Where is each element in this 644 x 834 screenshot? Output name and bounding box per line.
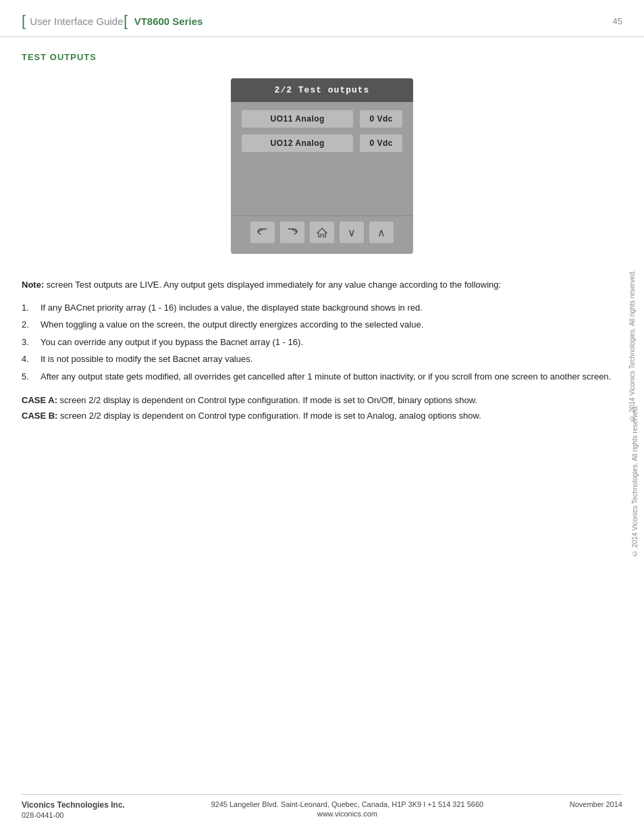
list-item-text: When toggling a value on the screen, the…	[41, 318, 423, 332]
notes-section: Note: screen Test outputs are LIVE. Any …	[22, 278, 622, 423]
note-intro-text: screen Test outputs are LIVE. Any output…	[44, 280, 501, 290]
case-a-line: CASE A: screen 2/2 display is dependent …	[22, 394, 622, 408]
list-item: 1. If any BACnet priority array (1 - 16)…	[22, 301, 622, 315]
footer-date: November 2014	[570, 800, 622, 808]
list-item: 2. When toggling a value on the screen, …	[22, 318, 622, 332]
output-label-2[interactable]: UO12 Analog	[242, 134, 353, 152]
list-num: 4.	[22, 353, 35, 366]
case-b-text: screen 2/2 display is dependent on Contr…	[57, 411, 481, 421]
list-num: 2.	[22, 318, 35, 332]
header-title-gray: User Interface Guide	[30, 16, 123, 27]
footer-left: Viconics Technologies Inc. 028-0441-00	[22, 800, 125, 819]
section-title: TEST OUTPUTS	[22, 52, 622, 62]
case-a-label: CASE A:	[22, 395, 57, 405]
list-item-text: You can override any output if you bypas…	[41, 336, 303, 349]
up-btn[interactable]: ∧	[369, 221, 394, 243]
case-b-label: CASE B:	[22, 411, 57, 421]
footer-doc-num: 028-0441-00	[22, 811, 125, 819]
device-screen: 2/2 Test outputs UO11 Analog 0 Vdc UO12 …	[231, 78, 413, 254]
case-a-text: screen 2/2 display is dependent on Contr…	[57, 395, 477, 405]
list-num: 1.	[22, 301, 35, 315]
bracket-close-icon: ]	[124, 12, 128, 30]
home-btn[interactable]	[310, 221, 334, 243]
list-item: 4. It is not possible to modify the set …	[22, 353, 622, 366]
numbered-list: 1. If any BACnet priority array (1 - 16)…	[22, 301, 622, 384]
note-bold-label: Note:	[22, 280, 44, 290]
list-item: 5. After any output state gets modified,…	[22, 370, 622, 384]
bracket-icon: [	[22, 12, 26, 30]
copyright-side: © 2014 Viconics Technologies. All rights…	[628, 270, 636, 422]
header-title-green: VT8600 Series	[134, 16, 203, 27]
output-row-2: UO12 Analog 0 Vdc	[242, 134, 402, 152]
chevron-down-icon: ∨	[348, 226, 356, 239]
page-header: [ User Interface Guide ] VT8600 Series 4…	[0, 0, 644, 37]
screen-body: UO11 Analog 0 Vdc UO12 Analog 0 Vdc	[231, 102, 413, 213]
device-ui-container: 2/2 Test outputs UO11 Analog 0 Vdc UO12 …	[22, 78, 622, 254]
back-btn[interactable]	[250, 221, 275, 243]
list-item-text: It is not possible to modify the set Bac…	[41, 353, 252, 366]
page-number: 45	[613, 16, 622, 26]
case-b-line: CASE B: screen 2/2 display is dependent …	[22, 409, 622, 423]
screen-footer: ∨ ∧	[231, 215, 413, 246]
footer-address: 9245 Langelier Blvd. Saint-Leonard, Queb…	[211, 800, 483, 808]
forward-btn[interactable]	[280, 221, 304, 243]
note-intro: Note: screen Test outputs are LIVE. Any …	[22, 278, 622, 292]
list-item: 3. You can override any output if you by…	[22, 336, 622, 349]
list-item-text: If any BACnet priority array (1 - 16) in…	[41, 301, 423, 315]
screen-spacer	[242, 159, 402, 213]
output-label-1[interactable]: UO11 Analog	[242, 110, 353, 128]
down-btn[interactable]: ∨	[340, 221, 364, 243]
footer-right: November 2014	[570, 800, 622, 808]
copyright-vertical: © 2014 Viconics Technologies. All rights…	[631, 405, 639, 557]
chevron-up-icon: ∧	[377, 226, 385, 239]
list-item-text: After any output state gets modified, al…	[41, 370, 611, 384]
screen-header: 2/2 Test outputs	[231, 78, 413, 102]
output-row-1: UO11 Analog 0 Vdc	[242, 110, 402, 128]
main-content: TEST OUTPUTS 2/2 Test outputs UO11 Analo…	[0, 37, 644, 423]
output-value-1[interactable]: 0 Vdc	[360, 110, 402, 128]
footer-website: www.viconics.com	[211, 810, 483, 818]
list-num: 5.	[22, 370, 35, 384]
page-footer: Viconics Technologies Inc. 028-0441-00 9…	[22, 794, 622, 819]
footer-center: 9245 Langelier Blvd. Saint-Leonard, Queb…	[211, 800, 483, 818]
output-value-2[interactable]: 0 Vdc	[360, 134, 402, 152]
list-num: 3.	[22, 336, 35, 349]
footer-company: Viconics Technologies Inc.	[22, 800, 125, 810]
